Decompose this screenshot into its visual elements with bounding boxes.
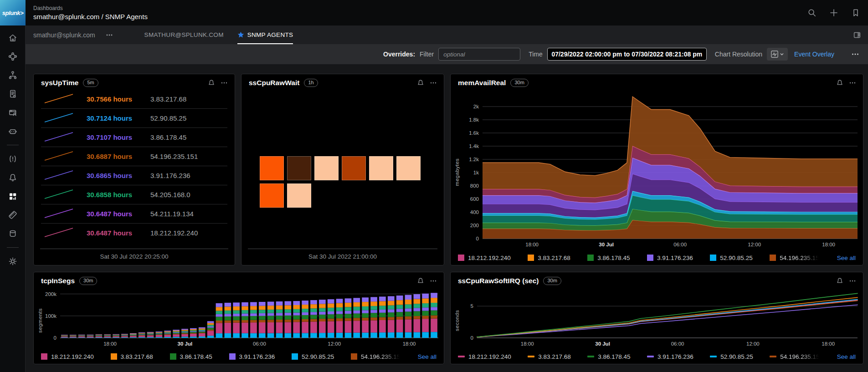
tab-snmp-agents[interactable]: SNMP AGENTS [237, 25, 293, 44]
see-all-link[interactable]: See all [418, 353, 437, 360]
heatmap-cell[interactable] [260, 183, 284, 208]
heatmap-cell[interactable] [396, 156, 421, 180]
y-axis-label: megabytes [454, 154, 460, 190]
svg-text:18:00: 18:00 [103, 341, 117, 347]
legend-item[interactable]: 3.91.176.236 [229, 353, 275, 360]
chart-area: seconds 0518:0030 Jul06:0012:0018:00 [451, 286, 863, 349]
refresh-interval-badge: 5m [83, 79, 98, 87]
chart-resolution-button[interactable] [767, 48, 788, 61]
home-icon[interactable] [8, 33, 18, 43]
legend-item[interactable]: 52.90.85.25 [292, 353, 334, 360]
more-icon[interactable] [220, 79, 228, 87]
see-all-link[interactable]: See all [837, 353, 856, 360]
chart-resolution-label: Chart Resolution [715, 51, 762, 58]
legend-item[interactable]: 54.196.235.151 [770, 353, 820, 360]
splunk-logo[interactable]: splunk> [0, 0, 26, 25]
time-range-input[interactable]: 07/29/2022 02:00:00 pm to 07/30/2022 08:… [547, 48, 707, 61]
legend-swatch [647, 255, 653, 261]
add-icon[interactable] [829, 8, 839, 18]
legend-item[interactable]: 54.196.235.151 [351, 353, 401, 360]
bell-icon[interactable] [207, 79, 216, 87]
heatmap-cell[interactable] [260, 156, 284, 180]
legend-label: 3.83.217.68 [121, 353, 153, 360]
svg-text:400: 400 [470, 209, 479, 215]
tab-label: SMATHUR@SPLUNK.COM [144, 31, 224, 38]
sysuptime-row[interactable]: 30.7566 hours3.83.217.68 [41, 90, 227, 109]
bell-icon[interactable] [836, 79, 844, 87]
legend-item[interactable]: 3.83.217.68 [528, 255, 570, 261]
settings-gear-icon[interactable] [8, 256, 18, 266]
sysuptime-row[interactable]: 30.6887 hours54.196.235.151 [41, 147, 227, 166]
legend-item[interactable]: 52.90.85.25 [710, 255, 752, 261]
notifications-icon[interactable] [8, 173, 18, 183]
search-icon[interactable] [807, 8, 817, 18]
heatmap-grid [260, 156, 444, 208]
splunk-logo-text: splunk> [2, 10, 24, 16]
legend-item[interactable]: 18.212.192.240 [458, 255, 511, 261]
legend-item[interactable]: 3.86.178.45 [170, 353, 212, 360]
panel-header: ssCpuRawWait 1h [241, 74, 444, 88]
legend-label: 54.196.235.151 [361, 353, 401, 360]
session-icon[interactable] [8, 107, 18, 117]
svg-text:30 Jul: 30 Jul [178, 341, 193, 347]
legend-item[interactable]: 3.91.176.236 [647, 255, 693, 261]
legend-item[interactable]: 18.212.192.240 [41, 353, 94, 360]
sysuptime-row[interactable]: 30.6487 hours18.212.192.240 [41, 224, 227, 242]
panel-toggle-icon[interactable] [853, 31, 862, 40]
bell-icon[interactable] [836, 277, 844, 285]
bot-icon[interactable] [8, 126, 18, 136]
svg-text:18:00: 18:00 [525, 242, 539, 247]
panel-memavailreal: memAvailReal 30m megabytes 0200400600800… [450, 74, 863, 265]
legend-swatch [458, 356, 465, 357]
legend-swatch [229, 353, 236, 360]
toolbar-more-icon[interactable] [851, 50, 860, 59]
event-overlay-link[interactable]: Event Overlay [794, 51, 834, 58]
hierarchy-icon[interactable] [8, 70, 18, 80]
legend-item[interactable]: 52.90.85.25 [710, 353, 753, 360]
report-icon[interactable] [8, 89, 18, 99]
heatmap-cell[interactable] [287, 183, 311, 208]
heatmap-cell[interactable] [369, 156, 393, 180]
ruler-icon[interactable] [8, 210, 18, 220]
more-icon[interactable] [848, 79, 857, 87]
uptime-value: 30.7566 hours [87, 95, 150, 103]
legend-item[interactable]: 3.83.217.68 [111, 353, 153, 360]
sysuptime-row[interactable]: 30.7124 hours52.90.85.25 [41, 109, 227, 128]
bookmark-icon[interactable] [851, 8, 861, 18]
workspace-label[interactable]: smathur@splunk.com [33, 31, 95, 39]
breadcrumb-path: smathur@splunk.com / SNMP Agents [33, 13, 148, 20]
svg-text:200k: 200k [45, 291, 56, 297]
filter-input[interactable] [438, 48, 520, 61]
datastore-icon[interactable] [8, 229, 18, 239]
legend-item[interactable]: 3.86.178.45 [587, 255, 630, 261]
heatmap-cell[interactable] [314, 156, 339, 180]
heatmap-cell[interactable] [287, 156, 311, 180]
sysuptime-row[interactable]: 30.6487 hours54.211.19.134 [41, 204, 227, 224]
more-icon[interactable] [429, 79, 437, 87]
chart-area: segments 0100k200k18:0030 Jul06:0012:001… [34, 286, 444, 349]
sysuptime-row[interactable]: 30.6865 hours3.91.176.236 [41, 166, 227, 185]
see-all-link[interactable]: See all [837, 255, 856, 261]
alert-icon[interactable] [8, 154, 18, 164]
legend-item[interactable]: 3.86.178.45 [587, 353, 630, 360]
legend-item[interactable]: 54.196.235.151 [770, 255, 820, 261]
workspace-more-icon[interactable] [105, 31, 113, 39]
legend-item[interactable]: 18.212.192.240 [458, 353, 511, 360]
more-icon[interactable] [429, 277, 437, 285]
more-icon[interactable] [848, 277, 857, 285]
legend-item[interactable]: 3.91.176.236 [647, 353, 693, 360]
heatmap-cell[interactable] [342, 156, 366, 180]
dashboards-icon-active[interactable] [8, 191, 18, 201]
sysuptime-row[interactable]: 30.6858 hours54.205.168.0 [41, 185, 227, 204]
bell-icon[interactable] [416, 79, 425, 87]
panel-footer-timestamp: Sat 30 Jul 2022 21:00:00 [248, 249, 437, 265]
workflow-icon[interactable] [8, 51, 18, 61]
legend-item[interactable]: 3.83.217.68 [528, 353, 570, 360]
svg-text:5: 5 [471, 303, 473, 309]
tab-smathur[interactable]: SMATHUR@SPLUNK.COM [144, 25, 224, 44]
sysuptime-row[interactable]: 30.7107 hours3.86.178.45 [41, 128, 227, 147]
bell-icon[interactable] [416, 277, 425, 285]
svg-text:0: 0 [471, 335, 473, 341]
legend-label: 18.212.192.240 [468, 353, 511, 360]
panel-sscpurawsoftirq: ssCpuRawSoftIRQ (sec) 30m seconds 0518:0… [450, 272, 863, 364]
